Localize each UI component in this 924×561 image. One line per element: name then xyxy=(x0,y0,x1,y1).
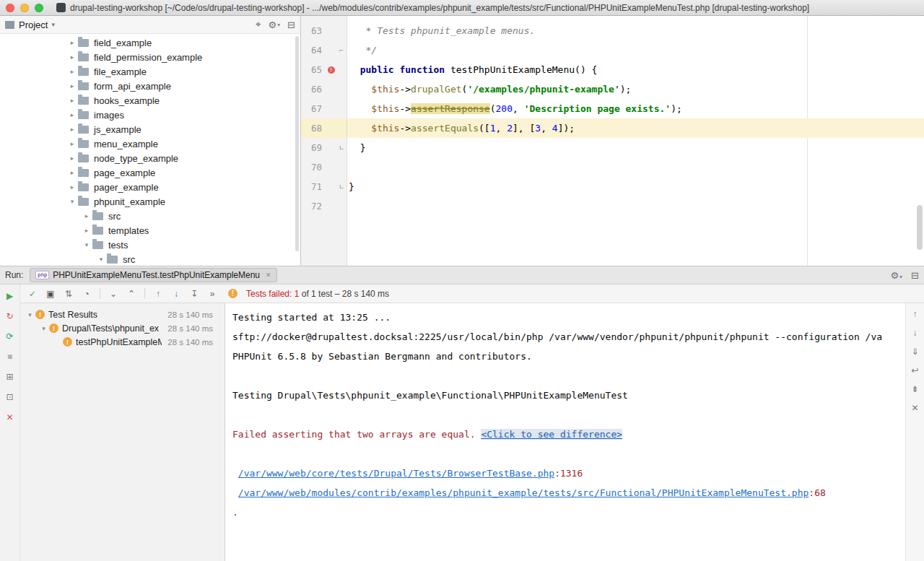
export-test-results-icon[interactable]: ⇓ xyxy=(910,346,921,357)
project-tree-item[interactable]: ▸form_api_example xyxy=(0,79,300,93)
pin-tab-icon[interactable]: ⊡ xyxy=(4,391,16,403)
close-tab-icon[interactable]: ✕ xyxy=(266,271,271,279)
toggle-auto-test-icon[interactable]: ⟳ xyxy=(4,331,16,342)
project-tree-item[interactable]: ▸file_example xyxy=(0,64,300,79)
project-tree-item[interactable]: ▸pager_example xyxy=(0,180,300,194)
code-line[interactable]: $this->drupalGet('/examples/phpunit-exam… xyxy=(347,79,924,99)
stop-icon[interactable]: ■ xyxy=(4,351,16,362)
code-line[interactable] xyxy=(347,196,924,216)
code-line[interactable]: * Tests phpunit_example menus. xyxy=(347,21,924,40)
project-scrollbar[interactable] xyxy=(295,36,299,251)
expand-all-icon[interactable]: ⌄ xyxy=(107,287,120,300)
chevron-right-icon[interactable]: ▸ xyxy=(66,97,78,104)
chevron-right-icon[interactable]: ▸ xyxy=(66,169,78,176)
show-passed-icon[interactable]: ✓ xyxy=(26,287,39,300)
gutter-line[interactable]: 64⌐ xyxy=(301,40,346,60)
sort-by-duration-icon[interactable]: ◔ xyxy=(80,287,93,300)
hide-panel-icon[interactable]: ⊟ xyxy=(911,270,919,281)
rerun-test-icon[interactable]: ▶ xyxy=(4,290,16,302)
chevron-right-icon[interactable]: ▸ xyxy=(66,53,78,61)
code-line[interactable]: } xyxy=(347,177,924,196)
code-line[interactable]: } xyxy=(347,138,924,157)
chevron-right-icon[interactable]: ▸ xyxy=(66,39,78,46)
collapse-all-icon[interactable]: ⌃ xyxy=(125,287,138,300)
chevron-down-icon[interactable]: ▾ xyxy=(38,325,49,332)
settings-icon[interactable]: ⚙▾ xyxy=(890,270,902,281)
project-tree-item[interactable]: ▸src xyxy=(0,209,300,223)
run-tab[interactable]: php PHPUnitExampleMenuTest.testPhpUnitEx… xyxy=(30,268,276,282)
close-window-button[interactable] xyxy=(6,4,14,12)
gutter-line[interactable]: 69∟ xyxy=(301,138,346,157)
zoom-window-button[interactable] xyxy=(35,4,43,12)
hide-panel-icon[interactable]: ⊟ xyxy=(287,19,295,30)
chevron-right-icon[interactable]: ▸ xyxy=(66,82,78,90)
rerun-failed-tests-icon[interactable]: ↻ xyxy=(4,310,16,322)
chevron-right-icon[interactable]: ▸ xyxy=(66,126,78,133)
gutter-line[interactable]: 71∟ xyxy=(301,177,346,196)
chevron-down-icon[interactable]: ▾ xyxy=(81,241,92,248)
project-panel-title[interactable]: Project xyxy=(19,19,48,30)
code-editor[interactable]: 6364⌐65!66676869∟7071∟72 * Tests phpunit… xyxy=(301,16,924,266)
chevron-right-icon[interactable]: ▸ xyxy=(66,140,78,147)
console-link[interactable]: /var/www/web/core/tests/Drupal/Tests/Bro… xyxy=(238,468,554,479)
project-tree-item[interactable]: ▸field_example xyxy=(0,35,300,50)
project-tree-item[interactable]: ▸field_permission_example xyxy=(0,50,300,64)
gutter-line[interactable]: 72 xyxy=(301,196,346,216)
chevron-right-icon[interactable]: ▸ xyxy=(66,111,78,118)
scroll-to-end-icon[interactable]: ⇟ xyxy=(910,383,921,395)
test-failed-ball-icon[interactable]: ! xyxy=(328,66,335,74)
editor-code[interactable]: * Tests phpunit_example menus. */ public… xyxy=(347,16,924,266)
gutter-line[interactable]: 66 xyxy=(301,79,346,99)
console-up-icon[interactable]: ↑ xyxy=(910,308,921,320)
test-history-icon[interactable]: ↧ xyxy=(188,287,201,300)
project-tree-item[interactable]: ▸menu_example xyxy=(0,136,300,151)
test-tree-item[interactable]: !testPhpUnitExampleM28 s 140 ms xyxy=(20,335,225,349)
code-line[interactable]: $this->assertResponse(200, 'Description … xyxy=(347,99,924,118)
fold-marker-icon[interactable]: ∟ xyxy=(336,183,346,191)
soft-wrap-icon[interactable]: ↩ xyxy=(910,365,921,376)
gutter-line[interactable]: 63 xyxy=(301,21,346,40)
more-actions-icon[interactable]: » xyxy=(206,287,219,300)
chevron-down-icon[interactable]: ▾ xyxy=(66,198,78,205)
chevron-right-icon[interactable]: ▸ xyxy=(66,68,78,75)
chevron-down-icon[interactable]: ▾ xyxy=(95,256,107,263)
gutter-line[interactable]: 68 xyxy=(301,118,346,138)
chevron-right-icon[interactable]: ▸ xyxy=(66,155,78,162)
code-line[interactable]: */ xyxy=(347,40,924,60)
project-tree-item[interactable]: ▸images xyxy=(0,108,300,122)
chevron-right-icon[interactable]: ▸ xyxy=(81,227,92,234)
test-tree-item[interactable]: ▾!Test Results28 s 140 ms xyxy=(20,308,225,321)
show-ignored-icon[interactable]: ▣ xyxy=(44,287,57,300)
code-line[interactable]: public function testPhpUnitExampleMenu()… xyxy=(347,60,924,79)
chevron-down-icon[interactable]: ▾ xyxy=(25,311,35,318)
scroll-from-source-icon[interactable]: ⌖ xyxy=(256,19,261,30)
project-tree-item[interactable]: ▾tests xyxy=(0,238,300,252)
next-failed-test-icon[interactable]: ↓ xyxy=(170,287,183,300)
gutter-line[interactable]: 67 xyxy=(301,99,346,118)
project-tree-item[interactable]: ▸hooks_example xyxy=(0,93,300,108)
restore-layout-icon[interactable]: ⊞ xyxy=(4,371,16,383)
chevron-right-icon[interactable]: ▸ xyxy=(81,212,92,219)
settings-icon[interactable]: ⚙▾ xyxy=(268,19,280,30)
project-tree-item[interactable]: ▾src xyxy=(0,252,300,266)
gutter-line[interactable]: 65! xyxy=(301,60,346,79)
clear-console-icon[interactable]: ✕ xyxy=(910,402,921,414)
project-tree-item[interactable]: ▸page_example xyxy=(0,165,300,180)
code-line[interactable] xyxy=(347,157,924,177)
console-link[interactable]: <Click to see difference> xyxy=(481,429,622,440)
test-failed-gutter-icon[interactable]: ! xyxy=(326,66,336,74)
fold-marker-icon[interactable]: ∟ xyxy=(336,144,346,152)
code-line[interactable]: $this->assertEquals([1, 2], [3, 4]); xyxy=(347,118,924,138)
gutter-line[interactable]: 70 xyxy=(301,157,346,177)
sort-alphabetically-icon[interactable]: ⇅ xyxy=(62,287,75,300)
previous-failed-test-icon[interactable]: ↑ xyxy=(152,287,165,300)
project-tree-item[interactable]: ▾phpunit_example xyxy=(0,194,300,209)
test-tree-item[interactable]: ▾!Drupal\Tests\phpunit_ex28 s 140 ms xyxy=(20,321,225,335)
console-output[interactable]: Testing started at 13:25 ...sftp://docke… xyxy=(225,303,905,561)
console-link[interactable]: /var/www/web/modules/contrib/examples/ph… xyxy=(238,487,809,498)
project-tree-item[interactable]: ▸templates xyxy=(0,223,300,238)
project-tree-item[interactable]: ▸node_type_example xyxy=(0,151,300,165)
fold-marker-icon[interactable]: ⌐ xyxy=(336,46,346,54)
close-icon[interactable]: ✕ xyxy=(4,412,16,423)
chevron-right-icon[interactable]: ▸ xyxy=(66,183,78,191)
